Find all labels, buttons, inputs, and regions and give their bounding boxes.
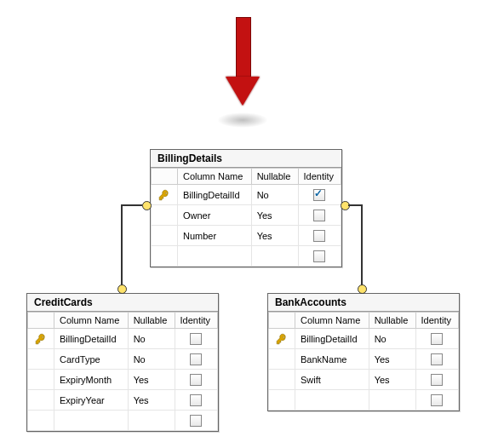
pk-cell	[152, 205, 178, 226]
entity-credit-cards[interactable]: CreditCards Column Name Nullable Identit…	[26, 293, 219, 432]
identity-cell	[415, 349, 458, 370]
identity-cell	[175, 370, 217, 390]
table-row-blank[interactable]	[269, 390, 459, 411]
col-header-nullable: Nullable	[128, 313, 175, 329]
identity-cell	[298, 246, 341, 267]
nullable-cell: No	[128, 349, 175, 370]
nullable-cell: No	[251, 185, 298, 205]
connector-line	[121, 204, 142, 206]
identity-cell	[298, 185, 341, 205]
identity-cell	[415, 390, 458, 411]
identity-checkbox[interactable]	[431, 394, 443, 406]
table-row[interactable]: NumberYes	[152, 226, 341, 246]
column-name-cell: ExpiryYear	[54, 390, 129, 411]
nullable-cell: Yes	[251, 205, 298, 226]
column-name-cell: BillingDetailId	[178, 185, 252, 205]
identity-cell	[298, 226, 341, 246]
nullable-cell: No	[369, 329, 415, 349]
connector-endpoint-icon	[117, 284, 127, 294]
column-name-cell: BankName	[295, 349, 369, 370]
pk-cell	[152, 226, 178, 246]
table-row[interactable]: BillingDetailIdNo	[28, 329, 218, 349]
column-name-cell: Swift	[295, 370, 369, 390]
table-row[interactable]: BankNameYes	[269, 349, 459, 370]
pk-cell	[28, 329, 54, 349]
connector-endpoint-icon	[142, 201, 152, 210]
key-icon	[33, 333, 49, 345]
col-header-name: Column Name	[295, 313, 369, 329]
col-header-identity: Identity	[298, 169, 341, 185]
table-row[interactable]: BillingDetailIdNo	[269, 329, 459, 349]
key-icon	[157, 189, 172, 201]
entity-title: CreditCards	[27, 294, 218, 312]
identity-cell	[415, 370, 458, 390]
identity-cell	[175, 390, 217, 411]
column-name-cell: CardType	[54, 349, 129, 370]
column-name-cell: Number	[178, 226, 252, 246]
connector-line	[361, 204, 363, 285]
entity-grid: Column Name Nullable Identity BillingDet…	[268, 312, 459, 411]
column-name-cell: Owner	[178, 205, 252, 226]
entity-bank-accounts[interactable]: BankAccounts Column Name Nullable Identi…	[267, 293, 460, 411]
nullable-cell: Yes	[128, 370, 175, 390]
entity-grid: Column Name Nullable Identity BillingDet…	[151, 168, 341, 267]
identity-cell	[175, 411, 217, 431]
identity-checkbox[interactable]	[313, 210, 325, 221]
table-row-blank[interactable]	[152, 246, 341, 267]
identity-cell	[415, 329, 458, 349]
pk-cell	[28, 370, 54, 390]
identity-checkbox[interactable]	[431, 333, 443, 345]
identity-checkbox[interactable]	[190, 333, 202, 345]
nullable-cell: Yes	[128, 390, 175, 411]
connector-endpoint-icon	[358, 284, 367, 294]
pk-cell	[269, 349, 295, 370]
column-name-cell: BillingDetailId	[295, 329, 369, 349]
key-icon	[274, 333, 289, 345]
identity-cell	[175, 349, 217, 370]
identity-checkbox[interactable]	[313, 250, 325, 262]
table-row-blank[interactable]	[28, 411, 218, 431]
identity-checkbox[interactable]	[190, 353, 202, 365]
table-row[interactable]: BillingDetailIdNo	[152, 185, 341, 205]
entity-grid: Column Name Nullable Identity BillingDet…	[27, 312, 218, 431]
table-row[interactable]: SwiftYes	[269, 370, 459, 390]
identity-cell	[175, 329, 217, 349]
column-name-cell: ExpiryMonth	[54, 370, 129, 390]
identity-checkbox[interactable]	[313, 189, 325, 201]
connector-line	[121, 204, 123, 285]
entity-billing-details[interactable]: BillingDetails Column Name Nullable Iden…	[150, 149, 342, 267]
pk-cell	[28, 349, 54, 370]
entity-title: BillingDetails	[151, 150, 341, 168]
nullable-cell: Yes	[369, 370, 415, 390]
identity-checkbox[interactable]	[190, 394, 202, 406]
col-header-identity: Identity	[175, 313, 217, 329]
pk-cell	[269, 370, 295, 390]
identity-checkbox[interactable]	[190, 415, 202, 427]
table-row[interactable]: CardTypeNo	[28, 349, 218, 370]
table-row[interactable]: ExpiryYearYes	[28, 390, 218, 411]
identity-checkbox[interactable]	[431, 374, 443, 386]
col-header-name: Column Name	[54, 313, 129, 329]
column-name-cell: BillingDetailId	[54, 329, 129, 349]
col-header-name: Column Name	[178, 169, 252, 185]
nullable-cell: Yes	[369, 349, 415, 370]
col-header-nullable: Nullable	[369, 313, 415, 329]
pk-cell	[269, 329, 295, 349]
identity-checkbox[interactable]	[313, 230, 325, 242]
diagram-canvas: { "headers": { "col": "Column Name", "nu…	[0, 0, 481, 448]
nullable-cell: No	[128, 329, 175, 349]
col-header-nullable: Nullable	[251, 169, 298, 185]
down-arrow-icon	[226, 17, 260, 119]
nullable-cell: Yes	[251, 226, 298, 246]
pk-cell	[28, 390, 54, 411]
identity-checkbox[interactable]	[190, 374, 202, 386]
entity-title: BankAccounts	[268, 294, 459, 312]
table-row[interactable]: ExpiryMonthYes	[28, 370, 218, 390]
col-header-identity: Identity	[415, 313, 458, 329]
identity-checkbox[interactable]	[431, 353, 443, 365]
identity-cell	[298, 205, 341, 226]
table-row[interactable]: OwnerYes	[152, 205, 341, 226]
pk-cell	[152, 185, 178, 205]
